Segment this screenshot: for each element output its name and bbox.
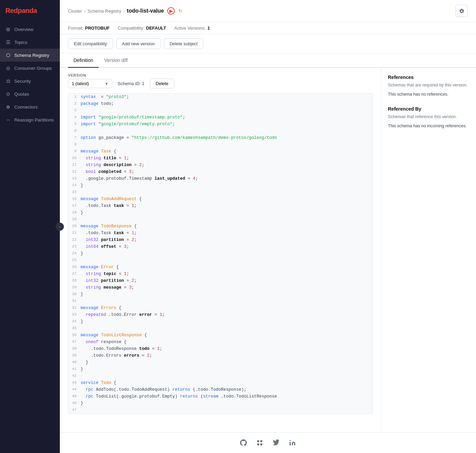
settings-button[interactable] xyxy=(456,5,468,17)
schema-id: Schema ID: 1 xyxy=(118,81,144,86)
code-line: 3 xyxy=(68,107,372,114)
line-content: } xyxy=(81,209,372,216)
breadcrumb-cluster[interactable]: Cluster xyxy=(68,9,82,14)
referenced-by-title: Referenced By xyxy=(388,106,469,112)
line-number: 17 xyxy=(68,203,81,209)
code-line: 31 xyxy=(68,298,372,305)
line-number: 37 xyxy=(68,339,81,345)
tab-version-diff[interactable]: Version diff xyxy=(99,53,133,68)
code-line: 26message Error { xyxy=(68,264,372,271)
line-content: } xyxy=(81,400,372,407)
edit-compatibility-button[interactable]: Edit compatibility xyxy=(68,38,113,49)
referenced-by-section: Referenced By Schemas that reference thi… xyxy=(388,106,469,128)
format-label: Format: xyxy=(68,26,83,31)
delete-button[interactable]: Delete xyxy=(150,79,174,88)
code-line: 12 bool completed = 3; xyxy=(68,168,372,175)
line-content: oneof response { xyxy=(81,339,372,345)
delete-subject-button[interactable]: Delete subject xyxy=(164,38,203,49)
line-content: package todo; xyxy=(81,100,372,107)
line-content: repeated .todo.Error error = 1; xyxy=(81,311,372,318)
line-number: 19 xyxy=(68,216,81,223)
tabs: Definition Version diff xyxy=(60,53,476,68)
play-icon[interactable]: ▶ xyxy=(167,7,175,15)
line-number: 7 xyxy=(68,134,81,141)
svg-rect-0 xyxy=(257,440,259,442)
version-select[interactable]: 1 (latest) ▼ xyxy=(68,79,112,88)
referenced-by-empty: This schema has no incoming references. xyxy=(388,124,469,128)
sidebar-item-label: Overview xyxy=(14,27,33,32)
line-number: 21 xyxy=(68,230,81,237)
line-content xyxy=(81,128,372,134)
grid-icon[interactable] xyxy=(255,438,265,448)
code-line: 34} xyxy=(68,318,372,325)
breadcrumb-schema-registry[interactable]: Schema Registry xyxy=(88,9,121,14)
line-content: int32 partition = 2; xyxy=(81,277,372,284)
code-line: 19 xyxy=(68,216,372,223)
code-line: 28 int32 partition = 2; xyxy=(68,277,372,284)
code-line: 23 int64 offset = 3; xyxy=(68,243,372,250)
sidebar-item-topics[interactable]: ☰ Topics xyxy=(0,36,60,49)
code-line: 24} xyxy=(68,250,372,257)
line-number: 14 xyxy=(68,182,81,189)
code-line: 13 .google.protobuf.Timestamp last_updat… xyxy=(68,175,372,182)
linkedin-icon[interactable] xyxy=(288,438,297,448)
svg-rect-3 xyxy=(260,443,262,446)
code-line: 17 .todo.Task task = 1; xyxy=(68,203,372,209)
code-line: 9message Task { xyxy=(68,148,372,155)
code-line: 4import "google/protobuf/timestamp.proto… xyxy=(68,114,372,121)
line-number: 8 xyxy=(68,141,81,148)
line-content: string description = 2; xyxy=(81,162,372,168)
tab-definition[interactable]: Definition xyxy=(68,53,99,68)
active-versions-label: Active Versions: xyxy=(174,26,206,31)
twitter-icon[interactable] xyxy=(271,438,281,448)
github-icon[interactable] xyxy=(239,438,248,448)
sidebar-item-connectors[interactable]: ⊕ Connectors xyxy=(0,100,60,113)
svg-rect-1 xyxy=(260,440,262,442)
line-number: 35 xyxy=(68,325,81,332)
code-line: 22 int32 partition = 2; xyxy=(68,237,372,243)
svg-point-4 xyxy=(290,440,291,441)
line-content xyxy=(81,325,372,332)
code-line: 20message TodoResponse { xyxy=(68,223,372,230)
line-number: 6 xyxy=(68,128,81,134)
code-line: 32message Errors { xyxy=(68,305,372,311)
line-content: import "google/protobuf/empty.proto"; xyxy=(81,121,372,128)
line-content: int64 offset = 3; xyxy=(81,243,372,250)
sidebar-item-quotas[interactable]: ⊙ Quotas xyxy=(0,87,60,100)
footer xyxy=(60,432,476,453)
code-line: 37 oneof response { xyxy=(68,339,372,345)
code-line: 14} xyxy=(68,182,372,189)
line-number: 43 xyxy=(68,379,81,386)
line-number: 31 xyxy=(68,298,81,305)
line-number: 22 xyxy=(68,237,81,243)
code-line: 38 .todo.TodoResponse todo = 1; xyxy=(68,345,372,352)
topics-icon: ☰ xyxy=(5,39,11,45)
line-content: message TodoAddRequest { xyxy=(81,196,372,203)
code-line: 21 .todo.Task task = 1; xyxy=(68,230,372,237)
line-content: } xyxy=(81,366,372,373)
referenced-by-subtitle: Schemas that reference this version. xyxy=(388,114,469,120)
refresh-icon[interactable]: ↻ xyxy=(177,7,184,15)
line-number: 38 xyxy=(68,345,81,352)
sidebar-collapse-button[interactable]: ‹ xyxy=(56,223,64,231)
sidebar-item-security[interactable]: ⚖ Security xyxy=(0,75,60,87)
line-number: 9 xyxy=(68,148,81,155)
add-new-version-button[interactable]: Add new version xyxy=(116,38,160,49)
svg-rect-2 xyxy=(257,443,259,446)
sidebar-item-consumer-groups[interactable]: ◎ Consumer Groups xyxy=(0,62,60,75)
sidebar-item-reassign-partitions[interactable]: ↔ Reassign Partitions xyxy=(0,113,60,126)
code-line: 45 rpc TodoList(.google.protobuf.Empty) … xyxy=(68,393,372,400)
compatibility-meta: Compatibility: DEFAULT xyxy=(118,26,166,31)
code-line: 46} xyxy=(68,400,372,407)
connectors-icon: ⊕ xyxy=(5,104,11,110)
code-line: 16message TodoAddRequest { xyxy=(68,196,372,203)
line-content: message Errors { xyxy=(81,305,372,311)
line-content xyxy=(81,141,372,148)
quotas-icon: ⊙ xyxy=(5,91,11,97)
line-number: 16 xyxy=(68,196,81,203)
sidebar-item-label: Connectors xyxy=(14,104,38,110)
compatibility-value: DEFAULT xyxy=(146,26,166,31)
line-content: option go_package = "https://github.com/… xyxy=(81,134,372,141)
sidebar-item-schema-registry[interactable]: ⬡ Schema Registry xyxy=(0,49,60,62)
sidebar-item-overview[interactable]: ⊞ Overview xyxy=(0,23,60,36)
